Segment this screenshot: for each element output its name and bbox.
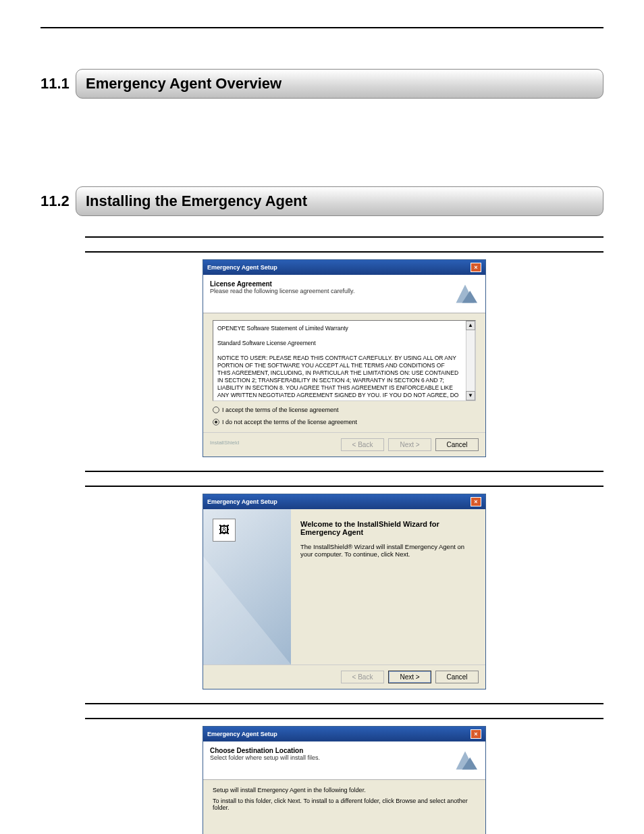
license-text-area[interactable]: OPENEYE Software Statement of Limited Wa… — [213, 320, 476, 401]
section-number: 11.2 — [41, 186, 76, 216]
header-subtitle: Please read the following license agreem… — [210, 288, 354, 294]
welcome-dialog: Emergency Agent Setup × 🖼 Welcome to the… — [203, 494, 486, 689]
welcome-text: The InstallShield® Wizard will install E… — [300, 543, 476, 558]
close-icon[interactable]: × — [471, 729, 481, 739]
license-dialog: Emergency Agent Setup × License Agreemen… — [203, 259, 486, 457]
radio-reject[interactable]: I do not accept the terms of the license… — [213, 419, 476, 425]
license-body: NOTICE TO USER: PLEASE READ THIS CONTRAC… — [217, 355, 459, 401]
cancel-button[interactable]: Cancel — [435, 671, 479, 683]
dialog-titlebar: Emergency Agent Setup × — [203, 260, 485, 275]
welcome-title: Welcome to the InstallShield Wizard for … — [300, 520, 476, 536]
picture-icon: 🖼 — [213, 519, 236, 542]
rule — [85, 703, 603, 704]
header-title: License Agreement — [210, 280, 354, 288]
license-line: Standard Software License Agreement — [217, 340, 459, 347]
step-license: Emergency Agent Setup × License Agreemen… — [85, 259, 603, 457]
dialog-title-text: Emergency Agent Setup — [207, 264, 277, 271]
radio-label: I do not accept the terms of the license… — [222, 419, 357, 425]
scroll-up-icon[interactable]: ▲ — [466, 321, 475, 330]
dialog-header: Choose Destination Location Select folde… — [203, 741, 485, 780]
step-destination: Emergency Agent Setup × Choose Destinati… — [85, 726, 603, 834]
section-number: 11.1 — [41, 69, 76, 99]
rule — [85, 471, 603, 472]
scroll-down-icon[interactable]: ▼ — [466, 391, 475, 400]
close-icon[interactable]: × — [471, 497, 481, 506]
dialog-header: License Agreement Please read the follow… — [203, 275, 485, 313]
radio-icon — [213, 419, 219, 425]
next-button[interactable]: Next > — [388, 671, 431, 683]
back-button: < Back — [341, 438, 384, 451]
installer-logo-icon — [452, 280, 479, 307]
license-line: OPENEYE Software Statement of Limited Wa… — [217, 325, 459, 332]
section-11-2: 11.2 Installing the Emergency Agent — [41, 186, 603, 216]
section-title: Emergency Agent Overview — [76, 69, 603, 99]
rule — [85, 718, 603, 719]
brand-label: InstallShield — [210, 440, 239, 446]
close-icon[interactable]: × — [471, 263, 481, 272]
dialog-titlebar: Emergency Agent Setup × — [203, 494, 485, 509]
rule — [85, 236, 603, 238]
dialog-titlebar: Emergency Agent Setup × — [203, 727, 485, 741]
rule — [85, 251, 603, 253]
radio-icon — [213, 407, 219, 413]
radio-label: I accept the terms of the license agreem… — [222, 407, 339, 413]
dest-line1: Setup will install Emergency Agent in th… — [213, 787, 476, 793]
dialog-title-text: Emergency Agent Setup — [207, 498, 277, 505]
installer-logo-icon — [452, 747, 479, 774]
dest-line2: To install to this folder, click Next. T… — [213, 798, 476, 811]
destination-dialog: Emergency Agent Setup × Choose Destinati… — [203, 726, 486, 834]
section-11-1: 11.1 Emergency Agent Overview — [41, 69, 603, 99]
header-subtitle: Select folder where setup will install f… — [210, 754, 320, 761]
header-title: Choose Destination Location — [210, 747, 320, 754]
cancel-button[interactable]: Cancel — [435, 438, 479, 451]
radio-accept[interactable]: I accept the terms of the license agreem… — [213, 407, 476, 413]
rule — [85, 486, 603, 487]
dialog-title-text: Emergency Agent Setup — [207, 731, 277, 737]
next-button: Next > — [388, 438, 431, 451]
section-title: Installing the Emergency Agent — [76, 186, 603, 216]
top-rule — [41, 27, 603, 28]
scrollbar-track[interactable] — [466, 330, 475, 391]
step-welcome: Emergency Agent Setup × 🖼 Welcome to the… — [85, 494, 603, 689]
welcome-side-graphic: 🖼 — [203, 509, 291, 664]
back-button: < Back — [341, 671, 384, 683]
